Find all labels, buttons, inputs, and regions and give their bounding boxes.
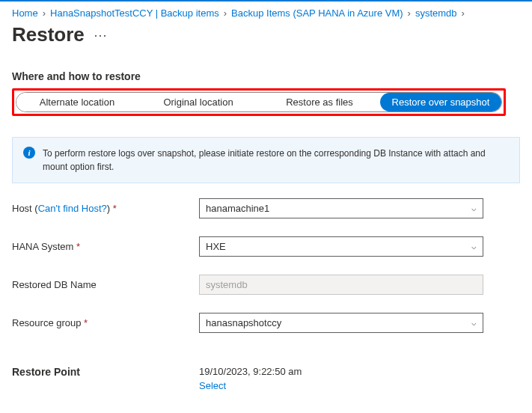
breadcrumb-items[interactable]: Backup Items (SAP HANA in Azure VM) [231, 7, 403, 19]
resource-group-label: Resource group * [12, 317, 199, 328]
page-title: Restore [12, 23, 85, 46]
tab-original-location[interactable]: Original location [138, 93, 259, 111]
info-banner: i To perform restore logs over snapshot,… [12, 137, 520, 183]
hana-system-select[interactable]: HXE ⌵ [199, 236, 483, 257]
info-icon: i [23, 147, 35, 159]
section-where-label: Where and how to restore [0, 64, 532, 88]
more-icon[interactable]: ⋯ [94, 27, 107, 43]
restore-point-label: Restore Point [12, 366, 199, 391]
info-text: To perform restore logs over snapshot, p… [43, 147, 509, 174]
host-select[interactable]: hanamachine1 ⌵ [199, 198, 483, 218]
breadcrumb-home[interactable]: Home [12, 7, 38, 19]
chevron-right-icon: › [462, 7, 465, 19]
restore-form: Host (Can't find Host?) * hanamachine1 ⌵… [0, 198, 532, 333]
restored-db-name-field: systemdb [199, 275, 483, 295]
restore-point-select-link[interactable]: Select [199, 380, 302, 391]
host-label: Host (Can't find Host?) * [12, 203, 199, 214]
restore-point-section: Restore Point 19/10/2023, 9:22:50 am Sel… [0, 351, 532, 391]
tab-restore-over-snapshot[interactable]: Restore over snapshot [380, 93, 501, 111]
tab-alternate-location[interactable]: Alternate location [16, 93, 138, 111]
restore-mode-tabs: Alternate location Original location Res… [16, 92, 502, 112]
breadcrumb: Home › HanaSnapshotTestCCY | Backup item… [0, 1, 532, 22]
hana-system-value: HXE [206, 241, 226, 252]
resource-group-value: hanasnapshotccy [206, 317, 281, 328]
restored-db-name-value: systemdb [206, 279, 248, 290]
cant-find-host-link[interactable]: Can't find Host? [38, 203, 107, 214]
chevron-right-icon: › [43, 7, 46, 19]
breadcrumb-vault[interactable]: HanaSnapshotTestCCY | Backup items [50, 7, 219, 19]
chevron-down-icon: ⌵ [471, 242, 477, 251]
hana-system-label: HANA System * [12, 241, 199, 252]
chevron-right-icon: › [408, 7, 411, 19]
restored-db-name-label: Restored DB Name [12, 279, 199, 290]
restore-point-value: 19/10/2023, 9:22:50 am [199, 366, 302, 377]
tab-restore-as-files[interactable]: Restore as files [259, 93, 380, 111]
restore-mode-tabs-highlight: Alternate location Original location Res… [12, 88, 506, 116]
chevron-down-icon: ⌵ [471, 204, 477, 213]
title-row: Restore ⋯ [0, 22, 532, 64]
chevron-down-icon: ⌵ [471, 318, 477, 328]
chevron-right-icon: › [224, 7, 227, 19]
breadcrumb-db[interactable]: systemdb [415, 7, 457, 19]
host-value: hanamachine1 [206, 203, 269, 214]
resource-group-select[interactable]: hanasnapshotccy ⌵ [199, 313, 483, 333]
